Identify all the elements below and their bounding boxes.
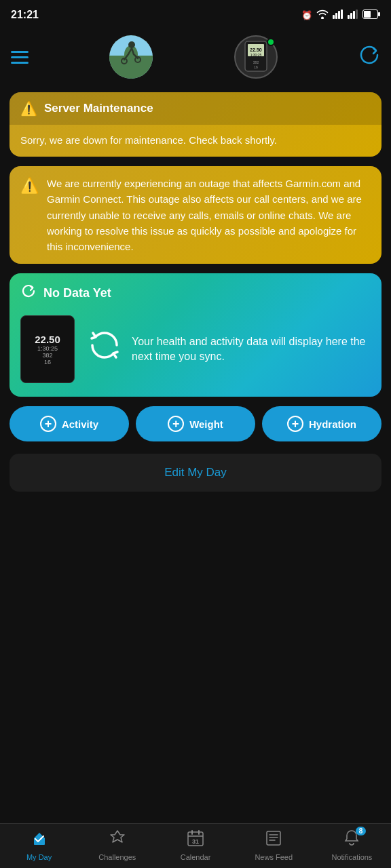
svg-rect-6 bbox=[353, 11, 355, 19]
alarm-icon: ⏰ bbox=[301, 10, 312, 20]
notifications-label: Notifications bbox=[331, 853, 372, 861]
no-data-card: No Data Yet 22.50 1:30:25 382 16 bbox=[10, 273, 381, 397]
no-data-description: Your health and activity data will displ… bbox=[132, 334, 371, 365]
challenges-icon bbox=[109, 832, 126, 850]
nav-challenges[interactable]: Challenges bbox=[78, 829, 156, 861]
device-graphic: 22.50 1:30:25 382 16 bbox=[20, 315, 75, 383]
svg-rect-9 bbox=[378, 12, 380, 16]
svg-rect-4 bbox=[348, 15, 350, 19]
maintenance-banner: ⚠️ Server Maintenance Sorry, we are down… bbox=[10, 92, 381, 157]
device-connected-indicator bbox=[267, 38, 275, 46]
svg-text:382: 382 bbox=[253, 60, 259, 64]
user-avatar[interactable] bbox=[109, 35, 153, 79]
svg-text:16: 16 bbox=[254, 65, 258, 69]
maintenance-body: Sorry, we are down for maintenance. Chec… bbox=[10, 125, 381, 157]
big-sync-icon bbox=[86, 326, 124, 372]
hamburger-menu[interactable] bbox=[11, 51, 29, 64]
sync-icon bbox=[20, 283, 37, 303]
device-value3: 382 bbox=[42, 352, 52, 359]
device-value4: 16 bbox=[44, 359, 51, 366]
wifi-icon bbox=[316, 9, 329, 21]
hydration-label: Hydration bbox=[309, 418, 356, 430]
status-bar: 21:21 ⏰ bbox=[0, 0, 391, 30]
news-feed-icon-wrap bbox=[265, 829, 282, 851]
news-feed-label: News Feed bbox=[255, 853, 293, 861]
no-data-body: 22.50 1:30:25 382 16 Your health and act… bbox=[10, 309, 381, 397]
activity-label: Activity bbox=[62, 418, 98, 430]
svg-point-14 bbox=[128, 41, 135, 48]
my-day-label: My Day bbox=[26, 853, 52, 861]
svg-rect-10 bbox=[364, 11, 371, 18]
add-weight-button[interactable]: + Weight bbox=[136, 406, 255, 441]
app-header: 22.50 1:30:25 382 16 bbox=[0, 30, 391, 87]
svg-rect-5 bbox=[350, 13, 352, 19]
svg-rect-3 bbox=[341, 9, 343, 19]
signal2-icon bbox=[348, 9, 358, 21]
challenges-icon-wrap bbox=[109, 829, 126, 851]
device-value2: 1:30:25 bbox=[37, 345, 58, 352]
battery-icon bbox=[362, 9, 380, 21]
refresh-button[interactable] bbox=[358, 44, 380, 71]
nav-news-feed[interactable]: News Feed bbox=[235, 829, 313, 861]
svg-text:31: 31 bbox=[192, 838, 199, 845]
sync-description: Your health and activity data will displ… bbox=[86, 326, 371, 372]
device-value1: 22.50 bbox=[35, 334, 60, 345]
weight-plus-icon: + bbox=[168, 416, 184, 432]
outage-banner: ⚠️ We are currently experiencing an outa… bbox=[10, 166, 381, 264]
my-day-icon bbox=[31, 832, 48, 850]
edit-my-day-container: Edit My Day bbox=[10, 454, 381, 492]
edit-my-day-button[interactable]: Edit My Day bbox=[164, 466, 227, 479]
svg-text:22.50: 22.50 bbox=[250, 47, 262, 52]
outage-warning-icon: ⚠️ bbox=[20, 177, 39, 195]
svg-rect-7 bbox=[356, 9, 358, 19]
nav-notifications[interactable]: 8 Notifications bbox=[313, 829, 391, 861]
add-activity-button[interactable]: + Activity bbox=[10, 406, 129, 441]
signal-icon bbox=[333, 9, 343, 21]
svg-rect-2 bbox=[338, 11, 340, 19]
challenges-label: Challenges bbox=[98, 853, 136, 861]
notifications-badge: 8 bbox=[356, 827, 367, 835]
device-screen: 22.50 1:30:25 382 16 bbox=[242, 40, 269, 75]
no-data-title: No Data Yet bbox=[43, 286, 111, 300]
my-day-icon-wrap bbox=[31, 829, 48, 851]
nav-my-day[interactable]: My Day bbox=[0, 829, 78, 861]
bottom-spacer bbox=[10, 501, 381, 555]
calendar-icon-wrap: 31 bbox=[187, 829, 204, 851]
svg-rect-0 bbox=[333, 15, 335, 19]
action-buttons: + Activity + Weight + Hydration bbox=[10, 406, 381, 441]
status-icons: ⏰ bbox=[301, 9, 380, 21]
svg-text:1:30:25: 1:30:25 bbox=[250, 53, 261, 57]
hydration-plus-icon: + bbox=[287, 416, 303, 432]
main-content: ⚠️ Server Maintenance Sorry, we are down… bbox=[0, 87, 391, 561]
notifications-icon-wrap: 8 bbox=[343, 829, 360, 851]
calendar-label: Calendar bbox=[181, 853, 211, 861]
activity-plus-icon: + bbox=[40, 416, 56, 432]
no-data-header: No Data Yet bbox=[10, 273, 381, 309]
nav-calendar[interactable]: 31 Calendar bbox=[156, 829, 234, 861]
status-time: 21:21 bbox=[11, 9, 39, 21]
warning-icon: ⚠️ bbox=[20, 100, 37, 117]
add-hydration-button[interactable]: + Hydration bbox=[262, 406, 381, 441]
bottom-nav: My Day Challenges 31 Calendar bbox=[0, 823, 391, 868]
maintenance-header: ⚠️ Server Maintenance bbox=[10, 92, 381, 125]
svg-rect-1 bbox=[335, 13, 337, 19]
weight-label: Weight bbox=[189, 418, 223, 430]
device-button[interactable]: 22.50 1:30:25 382 16 bbox=[234, 35, 278, 79]
outage-text: We are currently experiencing an outage … bbox=[47, 176, 371, 254]
svg-rect-28 bbox=[267, 831, 280, 845]
avatar-image bbox=[109, 35, 153, 79]
calendar-icon: 31 bbox=[187, 832, 204, 850]
news-feed-icon bbox=[265, 832, 282, 850]
maintenance-title: Server Maintenance bbox=[44, 102, 153, 115]
